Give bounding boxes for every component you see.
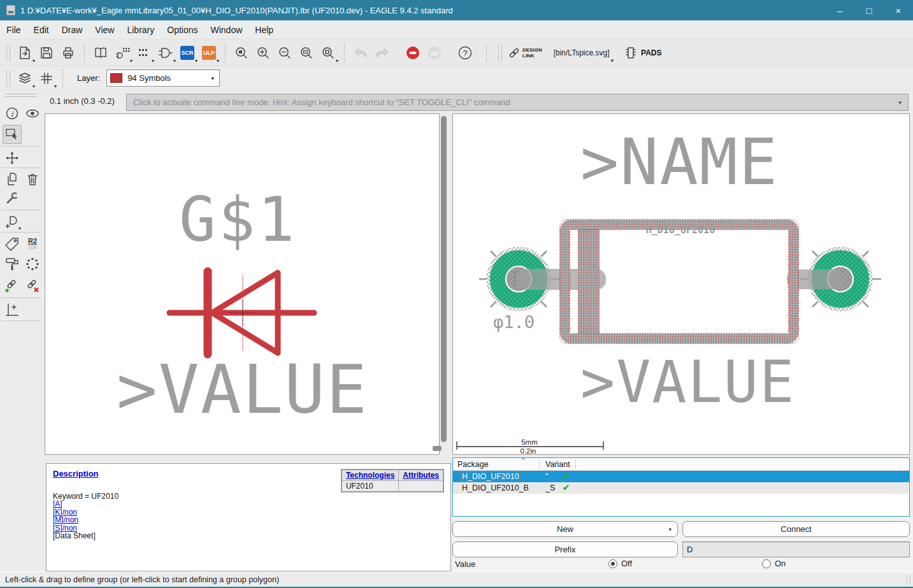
main-toolbar: ▾ ▾ ▾ ▾ SCR ▾ ULP ▾ ▾ <box>0 39 913 66</box>
connect-button[interactable]: Connect <box>682 521 910 537</box>
ltspice-export-button[interactable]: [bin/LTspice.svg] ▾ <box>551 42 616 64</box>
maximize-button[interactable]: □ <box>854 0 884 20</box>
variant-cell: " <box>545 472 548 481</box>
dimension-tool[interactable] <box>3 300 22 319</box>
value-off-option[interactable]: Off <box>608 559 632 568</box>
menu-library[interactable]: Library <box>120 22 161 38</box>
layer-settings-button[interactable]: ▾ <box>14 68 36 89</box>
package-table-header[interactable]: Package ^ Variant <box>453 458 909 471</box>
stop-button[interactable] <box>402 42 424 64</box>
zoom-out-button[interactable] <box>274 42 296 64</box>
disconnect-tool[interactable] <box>23 276 42 296</box>
resize-grip[interactable] <box>907 575 910 584</box>
minimize-button[interactable]: – <box>825 0 854 20</box>
column-divider[interactable] <box>575 459 576 470</box>
info-tool[interactable]: i <box>3 104 22 123</box>
status-bar: Left-click & drag to define group (or le… <box>0 571 913 587</box>
menu-bar: File Edit Draw View Library Options Wind… <box>0 20 913 39</box>
layer-color-swatch <box>110 73 122 83</box>
ulp-button[interactable]: ULP ▾ <box>198 42 220 64</box>
go-icon-label: GO <box>430 50 439 56</box>
package-cell: H_DIO_UF2010 <box>461 472 521 481</box>
help-button[interactable]: ? <box>454 42 476 64</box>
menu-help[interactable]: Help <box>248 22 280 38</box>
zoom-in-button[interactable] <box>252 42 274 64</box>
svg-text:i: i <box>11 110 14 118</box>
add-gate-tool[interactable]: ▾ <box>3 212 22 231</box>
toolbar-separator <box>225 43 226 62</box>
dropdown-caret-icon: ▾ <box>32 59 35 64</box>
symbol-editor-canvas[interactable]: G$1 >VALUE <box>45 113 440 455</box>
pads-export-button[interactable]: PADS <box>624 42 661 64</box>
name-tool[interactable] <box>3 234 22 254</box>
go-button[interactable]: GO <box>424 42 445 64</box>
edit-package-button[interactable]: ▾ <box>133 42 155 64</box>
zoom-select-button[interactable] <box>296 42 317 64</box>
package-variant-tool[interactable] <box>23 254 42 273</box>
canvas-scrollbar-nub[interactable] <box>433 446 442 451</box>
undo-button[interactable] <box>350 42 371 64</box>
table-row[interactable]: H_DIO_UF2010 " ✔ <box>453 471 909 482</box>
svg-text:?: ? <box>463 48 467 57</box>
tool-palette: i ▾ R2 10k <box>0 90 45 571</box>
menu-view[interactable]: View <box>89 22 120 38</box>
layerbar-grip[interactable] <box>6 70 10 87</box>
value-off-label: Off <box>621 559 632 568</box>
value-on-radio[interactable] <box>762 559 771 568</box>
grid-button[interactable]: ▾ <box>36 68 57 89</box>
dropdown-caret-icon: ▾ <box>212 75 215 82</box>
scale-inch-label: 0.2in <box>521 447 536 455</box>
library-button[interactable] <box>90 42 111 64</box>
prefix-value-field[interactable]: D <box>682 541 910 557</box>
menu-edit[interactable]: Edit <box>27 22 55 38</box>
value-off-radio[interactable] <box>608 559 617 568</box>
design-link-label-1: DESIGN <box>522 47 542 53</box>
edit-device-button[interactable]: ▾ <box>111 42 133 64</box>
design-link-button[interactable]: DESIGN LINK <box>506 42 545 64</box>
description-link[interactable]: Description <box>53 469 99 478</box>
drill-diameter-label: φ1.0 <box>493 312 535 332</box>
technology-tool[interactable] <box>3 254 22 273</box>
menu-file[interactable]: File <box>0 22 27 38</box>
close-button[interactable]: × <box>884 0 913 20</box>
show-tool[interactable] <box>23 104 42 123</box>
move-tool[interactable] <box>3 148 22 168</box>
open-file-button[interactable]: ▾ <box>14 42 36 64</box>
value-tool[interactable]: R2 10k <box>23 234 42 254</box>
zoom-fit-button[interactable] <box>231 42 252 64</box>
table-row[interactable]: H_DIO_UF2010_B _S ✔ <box>453 482 909 494</box>
palette-grip[interactable] <box>5 94 37 97</box>
command-line-input[interactable]: Click to activate command line mode. Hin… <box>126 94 909 111</box>
toolbar-grip[interactable] <box>6 45 10 61</box>
group-select-tool[interactable] <box>3 125 22 144</box>
script-button[interactable]: SCR ▾ <box>176 42 198 64</box>
connect-tool[interactable] <box>3 276 22 296</box>
dropdown-caret-icon: ▾ <box>152 59 154 64</box>
menu-options[interactable]: Options <box>161 22 204 38</box>
delete-tool[interactable] <box>23 169 42 189</box>
attributes-link[interactable]: Attributes <box>403 471 439 480</box>
print-button[interactable] <box>57 42 79 64</box>
layer-select[interactable]: 94 Symbols ▾ <box>106 69 220 87</box>
menu-window[interactable]: Window <box>205 22 249 38</box>
connected-check-icon: ✔ <box>563 471 570 481</box>
column-divider[interactable] <box>539 459 540 470</box>
new-package-button[interactable]: New ▾ <box>452 521 678 537</box>
menu-draw[interactable]: Draw <box>55 22 89 38</box>
prefix-button-label: Prefix <box>554 545 575 554</box>
save-button[interactable] <box>36 42 57 64</box>
redo-button[interactable] <box>371 42 393 64</box>
canvas-splitter-scrollbar[interactable] <box>441 116 447 442</box>
toolbar-grip[interactable] <box>498 45 502 61</box>
package-preview-canvas[interactable]: >NAME <box>452 113 910 455</box>
prefix-button[interactable]: Prefix <box>452 541 678 557</box>
variant-cell: _S <box>545 484 555 492</box>
edit-symbol-button[interactable]: ▾ <box>155 42 176 64</box>
package-column-header[interactable]: Package <box>457 460 489 469</box>
technologies-link[interactable]: Technologies <box>346 471 394 480</box>
change-tool[interactable] <box>3 189 22 208</box>
zoom-redraw-button[interactable]: ▾ <box>317 42 339 64</box>
value-on-option[interactable]: On <box>762 559 786 568</box>
variant-column-header[interactable]: Variant <box>545 460 570 469</box>
copy-tool[interactable] <box>3 169 22 189</box>
